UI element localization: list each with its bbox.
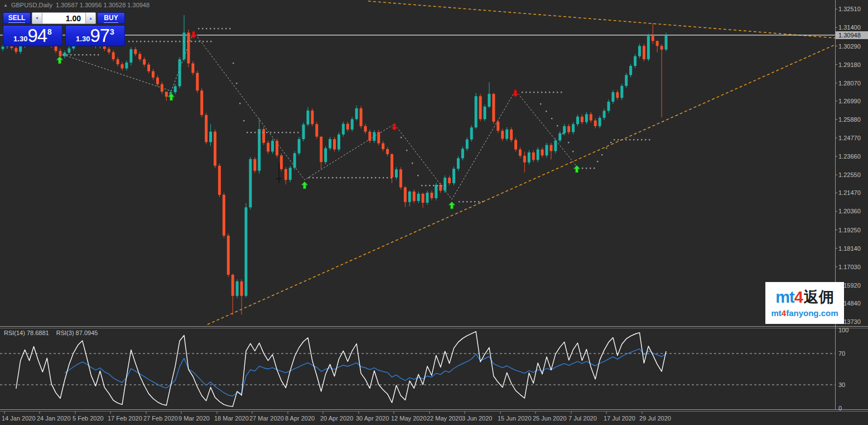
candle-body — [276, 141, 278, 155]
candle-body — [214, 132, 216, 166]
dot — [641, 139, 642, 140]
price-axis-label: 1.24770 — [838, 135, 861, 141]
date-axis-label: 17 Jul 2020 — [604, 415, 635, 422]
dot — [553, 92, 554, 93]
candle-body — [652, 36, 654, 41]
dot — [551, 118, 552, 119]
dot — [470, 201, 471, 202]
date-axis-label: 22 May 2020 — [427, 415, 462, 422]
dot — [557, 125, 558, 126]
candle-body — [475, 96, 478, 127]
candle-body — [501, 131, 504, 139]
candle-body — [466, 140, 469, 149]
candle-body — [249, 159, 252, 207]
dot — [247, 132, 248, 133]
dot — [545, 92, 546, 93]
candle-body — [484, 107, 486, 119]
volume-decrease-icon[interactable]: ▼ — [32, 13, 42, 23]
zigzag-line — [60, 32, 577, 199]
dot — [390, 177, 392, 178]
dot — [586, 168, 587, 169]
up-arrow-icon — [573, 165, 580, 173]
dot — [466, 201, 467, 202]
chart-canvas[interactable] — [0, 0, 868, 425]
dot — [163, 41, 165, 42]
candle-body — [443, 178, 446, 190]
volume-input[interactable] — [42, 13, 85, 23]
buy-quote-box[interactable]: 1.30973 — [65, 25, 125, 46]
collapse-triangle-icon[interactable]: ▲ — [3, 3, 8, 8]
dot — [625, 139, 626, 140]
candle-body — [510, 130, 513, 140]
volume-increase-icon[interactable]: ▲ — [85, 13, 95, 23]
dot — [340, 177, 341, 178]
candle-body — [346, 124, 349, 130]
candle-body — [537, 150, 539, 160]
candle-body — [196, 73, 199, 91]
dot — [278, 132, 279, 133]
sell-quote-box[interactable]: 1.30948 — [3, 25, 62, 46]
price-axis-label: 1.25880 — [838, 116, 861, 123]
dot — [82, 54, 83, 55]
dot — [250, 132, 252, 133]
candle-body — [174, 86, 177, 92]
dot — [359, 177, 360, 178]
rsi-slow-value: RSI(14) 78.6881 — [4, 330, 49, 336]
candle-body — [643, 46, 645, 59]
candle-body — [143, 59, 146, 65]
candle-body — [386, 149, 389, 154]
trendlines — [208, 1, 835, 324]
candle-body — [324, 148, 327, 162]
date-axis-label: 15 Jun 2020 — [498, 415, 532, 422]
dot — [387, 177, 388, 178]
sell-button[interactable]: SELL — [3, 12, 31, 24]
candle-body — [496, 122, 499, 131]
date-axis-label: 29 Jul 2020 — [639, 415, 671, 422]
candle-body — [244, 207, 247, 296]
candle-body — [161, 84, 163, 92]
dot — [332, 177, 333, 178]
dot — [70, 54, 71, 55]
dot — [614, 139, 615, 140]
dot — [132, 41, 133, 42]
candle-body — [634, 56, 636, 66]
dot — [233, 63, 234, 64]
dot — [459, 201, 460, 202]
candle-body — [616, 92, 619, 98]
candle-body — [351, 119, 354, 129]
candle-body — [625, 75, 628, 85]
candle-body — [554, 140, 557, 151]
dot — [210, 41, 211, 42]
rsi-slow-line — [65, 349, 666, 397]
candle-body — [567, 126, 570, 132]
candle-body — [271, 141, 274, 151]
sell-point: 8 — [47, 27, 52, 36]
dot — [344, 177, 345, 178]
dot — [221, 28, 223, 29]
rsi-fast-line — [16, 332, 666, 407]
dot — [293, 132, 295, 133]
candle-body — [488, 94, 490, 107]
candle-body — [337, 135, 340, 150]
price-axis-label: 1.30290 — [838, 43, 861, 50]
dot — [351, 177, 353, 178]
buy-button[interactable]: BUY — [97, 12, 125, 24]
watermark-logo: mt4返佣 — [775, 289, 834, 305]
dot — [179, 41, 180, 42]
candle-body — [620, 86, 623, 98]
candle-body — [576, 117, 579, 124]
dot — [312, 177, 314, 178]
candle-body — [165, 92, 168, 97]
dot — [140, 41, 141, 42]
candle-body — [611, 92, 614, 102]
candle-body — [156, 78, 159, 84]
date-axis-label: 27 Feb 2020 — [143, 415, 178, 422]
candle-body — [546, 145, 548, 156]
candle-body — [390, 154, 393, 178]
dot — [78, 54, 79, 55]
dot — [274, 132, 275, 133]
candle-body — [528, 152, 531, 163]
rsi-axis-label: 0 — [838, 405, 842, 412]
candle-body — [55, 46, 57, 51]
candle-body — [236, 281, 239, 296]
